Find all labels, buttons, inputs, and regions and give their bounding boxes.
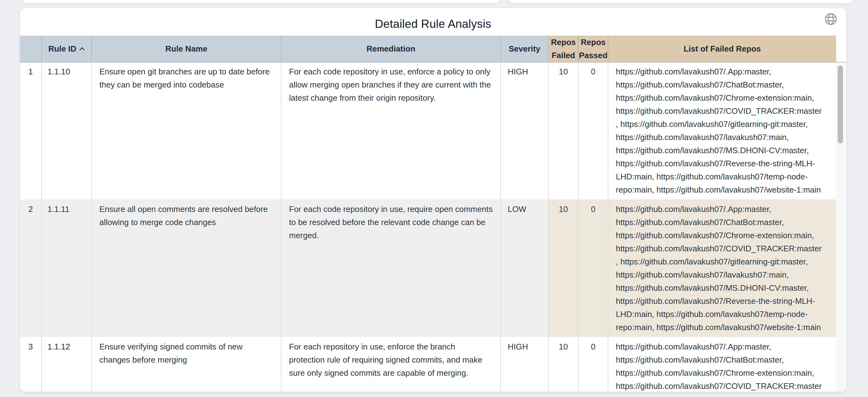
top-card-left [24,0,499,3]
cell-repos-passed: 0 [579,200,608,337]
cell-remediation: For each code repository in use, require… [281,200,501,337]
cell-repos-passed: 0 [579,337,608,392]
column-header-repos-passed[interactable]: Repos Passed [579,36,608,62]
cell-row-number: 1 [20,62,42,200]
top-card-right [509,0,852,3]
globe-icon[interactable] [824,12,838,26]
column-header-rule-id[interactable]: Rule ID [42,36,92,62]
cell-rule-name: Ensure open git branches are up to date … [92,62,281,200]
cell-repos-failed: 10 [549,337,579,392]
cell-repos-passed: 0 [579,62,608,200]
cell-severity: HIGH [501,337,549,392]
cell-row-number: 2 [20,200,42,337]
column-header-severity[interactable]: Severity [501,36,549,62]
page-background: Detailed Rule Analysis Rule ID [0,0,868,397]
table-row: 3 1.1.12 Ensure verifying signed commits… [20,337,836,392]
rule-table: Rule ID Rule Name Remediation Severity R… [20,36,836,392]
cell-rule-id: 1.1.11 [42,200,92,337]
cell-rule-id: 1.1.12 [42,337,92,392]
sort-ascending-icon [80,47,85,51]
rule-analysis-card: Detailed Rule Analysis Rule ID [20,8,846,392]
table-row: 2 1.1.11 Ensure all open comments are re… [20,200,836,337]
cell-repos-failed: 10 [549,62,579,200]
scrollbar-thumb[interactable] [838,65,843,144]
cell-repos-failed: 10 [549,200,579,337]
cell-severity: LOW [501,200,549,337]
column-header-row-number [20,36,42,62]
page-title: Detailed Rule Analysis [20,18,846,31]
cell-failed-repos: https://github.com/lavakush07/.App:maste… [608,200,836,337]
table-row: 1 1.1.10 Ensure open git branches are up… [20,62,836,200]
table-header-row: Rule ID Rule Name Remediation Severity R… [20,36,836,62]
cell-remediation: For each code repository in use, enforce… [281,62,501,200]
column-header-repos-failed[interactable]: Repos Failed [549,36,579,62]
table-scrollbar[interactable] [836,63,845,392]
table-body: 1 1.1.10 Ensure open git branches are up… [20,62,836,392]
header-divider [20,62,846,63]
cell-failed-repos: https://github.com/lavakush07/.App:maste… [608,337,836,392]
column-header-remediation[interactable]: Remediation [281,36,501,62]
cell-remediation: For each repository in use, enforce the … [281,337,501,392]
cell-failed-repos: https://github.com/lavakush07/.App:maste… [608,62,836,200]
cell-rule-name: Ensure all open comments are resolved be… [92,200,281,337]
cell-severity: HIGH [501,62,549,200]
cell-rule-name: Ensure verifying signed commits of new c… [92,337,281,392]
column-header-failed-repos[interactable]: List of Failed Repos [608,36,836,62]
column-header-rule-name[interactable]: Rule Name [92,36,281,62]
column-header-rule-id-label: Rule ID [49,42,76,55]
cell-row-number: 3 [20,337,42,392]
cell-rule-id: 1.1.10 [42,62,92,200]
